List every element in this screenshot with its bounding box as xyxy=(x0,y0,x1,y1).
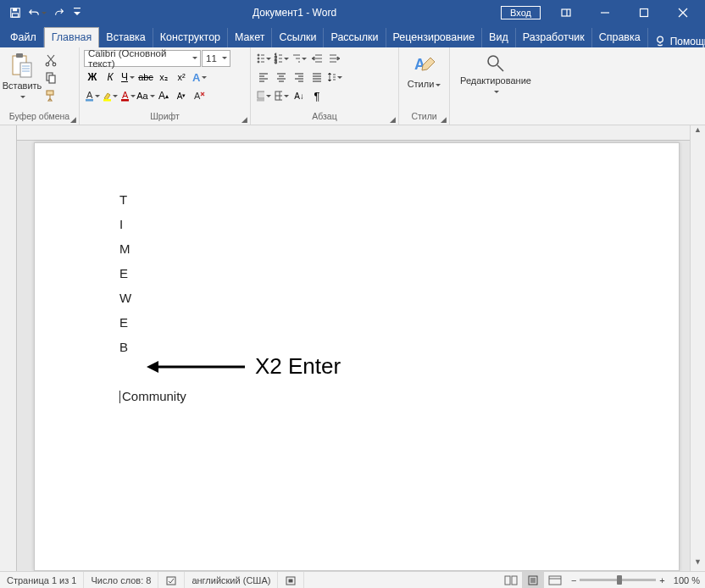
paste-button[interactable]: <線/> Вставить xyxy=(4,50,40,101)
tab-insert[interactable]: Вставка xyxy=(99,28,153,47)
font-color2-icon[interactable]: A xyxy=(119,87,136,104)
tab-file[interactable]: Файл xyxy=(3,28,44,47)
subscript-button[interactable]: x₂ xyxy=(155,69,172,86)
multilevel-icon[interactable] xyxy=(291,50,308,67)
paragraph-launcher-icon[interactable]: ◢ xyxy=(390,115,396,124)
copy-icon[interactable] xyxy=(42,69,59,86)
underline-button[interactable]: Ч xyxy=(119,69,136,86)
tell-me[interactable]: Помощн xyxy=(648,36,705,47)
group-clipboard-label: Буфер обмена xyxy=(4,111,75,125)
tab-developer[interactable]: Разработчик xyxy=(516,28,592,47)
sort-icon[interactable]: A↓ xyxy=(291,87,308,104)
bullets-icon[interactable] xyxy=(255,50,272,67)
ribbon: <線/> Вставить Буфер обмена ◢ Calibri (Ос… xyxy=(0,47,705,125)
line[interactable]: E xyxy=(119,266,186,280)
document-page[interactable]: T I M E W E B Community X2 Enter xyxy=(34,142,680,571)
line[interactable]: M xyxy=(119,241,186,256)
redo-icon[interactable] xyxy=(49,3,69,23)
show-marks-icon[interactable]: ¶ xyxy=(308,87,325,104)
grow-font-icon[interactable]: A▴ xyxy=(155,87,172,104)
status-language[interactable]: английский (США) xyxy=(185,572,278,588)
ribbon-options-icon[interactable] xyxy=(547,0,585,25)
font-name-combo[interactable]: Calibri (Основной текст) xyxy=(84,50,201,67)
svg-rect-20 xyxy=(49,75,55,83)
paste-label: Вставить xyxy=(3,81,42,101)
line[interactable]: I xyxy=(119,217,186,231)
shading-icon[interactable] xyxy=(255,87,272,104)
line[interactable]: T xyxy=(119,192,186,207)
svg-rect-81 xyxy=(505,576,510,585)
svg-line-76 xyxy=(497,65,503,71)
superscript-button[interactable]: x² xyxy=(173,69,190,86)
zoom-in-icon[interactable]: + xyxy=(659,575,664,585)
tab-layout[interactable]: Макет xyxy=(228,28,272,47)
indent-decrease-icon[interactable] xyxy=(308,50,325,67)
font-launcher-icon[interactable]: ◢ xyxy=(241,115,247,124)
tab-home[interactable]: Главная xyxy=(44,27,100,47)
align-center-icon[interactable] xyxy=(273,69,290,86)
styles-button[interactable]: A Стили xyxy=(407,50,442,90)
format-painter-icon[interactable] xyxy=(42,87,59,104)
strike-button[interactable]: abc xyxy=(137,69,154,86)
tab-help[interactable]: Справка xyxy=(592,28,648,47)
zoom-out-icon[interactable]: − xyxy=(571,575,576,585)
line[interactable]: W xyxy=(119,291,186,305)
editing-label: Редактирование xyxy=(458,76,534,96)
text-effects-icon[interactable]: A xyxy=(191,69,208,86)
clipboard-launcher-icon[interactable]: ◢ xyxy=(70,115,76,124)
qat-customize-icon[interactable] xyxy=(71,3,83,23)
styles-launcher-icon[interactable]: ◢ xyxy=(441,115,447,124)
view-web-icon[interactable] xyxy=(544,572,566,589)
zoom-value[interactable]: 100 % xyxy=(674,575,700,585)
tab-design[interactable]: Конструктор xyxy=(153,28,228,47)
tab-view[interactable]: Вид xyxy=(482,28,516,47)
status-bar: Страница 1 из 1 Число слов: 8 английский… xyxy=(0,571,705,588)
font-color-icon[interactable]: A xyxy=(84,87,101,104)
change-case-icon[interactable]: Aa xyxy=(137,87,154,104)
borders-icon[interactable] xyxy=(273,87,290,104)
status-page[interactable]: Страница 1 из 1 xyxy=(0,572,84,588)
tab-references[interactable]: Ссылки xyxy=(272,28,324,47)
undo-icon[interactable] xyxy=(27,3,47,23)
sign-in-button[interactable]: Вход xyxy=(501,6,541,19)
vertical-ruler[interactable] xyxy=(0,125,17,571)
line-spacing-icon[interactable] xyxy=(326,69,343,86)
scroll-up-icon[interactable]: ▲ xyxy=(691,125,705,139)
save-icon[interactable] xyxy=(5,3,25,23)
close-icon[interactable] xyxy=(664,0,702,25)
scroll-down-icon[interactable]: ▼ xyxy=(691,557,705,571)
horizontal-ruler[interactable] xyxy=(17,125,705,141)
workspace: ˆ T I M E W E B Community X2 Enter ▲ ▼ xyxy=(0,125,705,571)
tab-review[interactable]: Рецензирование xyxy=(386,28,483,47)
align-left-icon[interactable] xyxy=(255,69,272,86)
cut-icon[interactable] xyxy=(42,52,59,69)
shrink-font-icon[interactable]: A▾ xyxy=(173,87,190,104)
maximize-icon[interactable] xyxy=(625,0,663,25)
view-read-icon[interactable] xyxy=(500,572,522,589)
justify-icon[interactable] xyxy=(308,69,325,86)
align-right-icon[interactable] xyxy=(291,69,308,86)
document-body[interactable]: T I M E W E B Community xyxy=(119,192,186,413)
status-proofing-icon[interactable] xyxy=(158,572,185,588)
line-last[interactable]: Community xyxy=(119,389,186,403)
svg-rect-69 xyxy=(258,92,264,98)
editing-button[interactable]: Редактирование xyxy=(458,50,534,96)
zoom-control[interactable]: − + 100 % xyxy=(566,575,705,585)
indent-increase-icon[interactable] xyxy=(326,50,343,67)
font-size-combo[interactable]: 11 xyxy=(202,50,230,67)
line[interactable]: B xyxy=(119,340,186,354)
italic-button[interactable]: К xyxy=(102,69,119,86)
status-macro-icon[interactable] xyxy=(278,572,304,588)
view-print-icon[interactable] xyxy=(522,572,544,589)
highlight-icon[interactable] xyxy=(102,87,119,104)
clear-format-icon[interactable]: A xyxy=(191,87,208,104)
tab-mailings[interactable]: Рассылки xyxy=(324,28,386,47)
vertical-scrollbar[interactable]: ▲ ▼ xyxy=(690,125,705,571)
svg-rect-78 xyxy=(167,577,175,585)
bold-button[interactable]: Ж xyxy=(84,69,101,86)
zoom-slider[interactable] xyxy=(580,579,656,581)
line[interactable]: E xyxy=(119,315,186,330)
status-words[interactable]: Число слов: 8 xyxy=(84,572,158,588)
minimize-icon[interactable] xyxy=(586,0,624,25)
numbering-icon[interactable]: 123 xyxy=(273,50,290,67)
